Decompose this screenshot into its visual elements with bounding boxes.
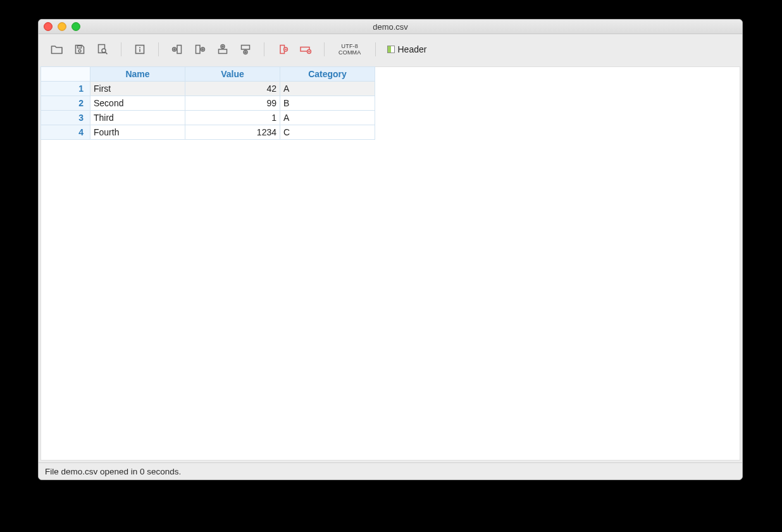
svg-rect-40 — [242, 46, 250, 50]
cell-category[interactable]: A — [280, 111, 375, 125]
content-area: Name Value Category 1First42A2Second99B3… — [39, 65, 742, 462]
toolbar-separator — [264, 42, 264, 56]
toolbar-separator — [158, 42, 159, 56]
cell-name[interactable]: First — [90, 82, 185, 96]
insert-row-before-icon — [217, 44, 228, 55]
traffic-lights — [39, 22, 80, 31]
row-number[interactable]: 1 — [41, 82, 90, 96]
cell-value[interactable]: 1234 — [185, 125, 280, 140]
header-row: Name Value Category — [41, 67, 375, 82]
cell-value[interactable]: 42 — [185, 82, 280, 96]
table-row[interactable]: 1First42A — [41, 82, 375, 96]
svg-rect-32 — [196, 46, 201, 54]
statusbar: File demo.csv opened in 0 seconds. — [39, 462, 742, 479]
header-toggle-label: Header — [398, 44, 427, 54]
table-row[interactable]: 2Second99B — [41, 96, 375, 111]
header-toggle[interactable]: Header — [387, 44, 427, 54]
cell-category[interactable]: C — [280, 125, 375, 140]
table-row[interactable]: 3Third1A — [41, 111, 375, 125]
folder-icon — [51, 44, 63, 54]
row-number[interactable]: 3 — [41, 111, 90, 125]
zoom-window-button[interactable] — [71, 22, 80, 31]
delete-row-icon — [299, 44, 312, 55]
cell-category[interactable]: A — [280, 82, 375, 96]
cell-name[interactable]: Third — [90, 111, 185, 125]
svg-rect-20 — [78, 46, 82, 49]
svg-rect-28 — [177, 46, 182, 54]
page-search-icon — [97, 44, 108, 55]
toolbar-separator — [324, 42, 325, 56]
delete-column-button[interactable] — [276, 42, 290, 56]
window-title: demo.csv — [39, 22, 742, 32]
cell-value[interactable]: 99 — [185, 96, 280, 111]
corner-cell[interactable] — [41, 67, 90, 82]
encoding-line1: UTF-8 — [338, 43, 361, 49]
delete-row-button[interactable] — [299, 42, 313, 56]
cell-category[interactable]: B — [280, 96, 375, 111]
floppy-icon — [74, 44, 85, 55]
row-number[interactable]: 2 — [41, 96, 90, 111]
encoding-line2: COMMA — [338, 49, 361, 56]
insert-row-after-button[interactable] — [239, 42, 252, 56]
table-row[interactable]: 4Fourth1234C — [41, 125, 375, 140]
save-file-button[interactable] — [73, 42, 87, 56]
svg-line-24 — [105, 52, 107, 54]
data-table: Name Value Category 1First42A2Second99B3… — [40, 66, 375, 140]
cell-name[interactable]: Fourth — [90, 125, 185, 140]
column-header-category[interactable]: Category — [280, 67, 375, 82]
insert-row-before-button[interactable] — [216, 42, 230, 56]
cell-value[interactable]: 1 — [185, 111, 280, 125]
insert-column-after-button[interactable] — [193, 42, 207, 56]
insert-column-before-button[interactable] — [170, 42, 184, 56]
svg-rect-36 — [219, 49, 227, 54]
svg-point-21 — [78, 50, 81, 53]
open-file-button[interactable] — [50, 42, 64, 56]
titlebar[interactable]: demo.csv — [39, 20, 742, 34]
encoding-button[interactable]: UTF-8 COMMA — [336, 43, 364, 56]
delete-column-icon — [277, 44, 289, 55]
minimize-window-button[interactable] — [58, 22, 66, 31]
column-header-value[interactable]: Value — [185, 67, 280, 82]
info-icon — [134, 44, 146, 55]
cell-name[interactable]: Second — [90, 96, 185, 111]
find-button[interactable] — [96, 42, 109, 56]
insert-col-after-icon — [194, 44, 206, 55]
svg-point-23 — [102, 49, 106, 53]
status-message: File demo.csv opened in 0 seconds. — [45, 467, 181, 476]
app-window: demo.csv — [38, 19, 743, 480]
toolbar-separator — [121, 42, 121, 56]
insert-col-before-icon — [171, 44, 183, 55]
insert-row-after-icon — [240, 44, 251, 55]
svg-point-26 — [139, 47, 140, 48]
header-toggle-icon — [387, 46, 395, 53]
info-button[interactable] — [133, 42, 147, 56]
spreadsheet[interactable]: Name Value Category 1First42A2Second99B3… — [40, 66, 740, 461]
toolbar-separator — [375, 42, 376, 56]
toolbar: UTF-8 COMMA Header — [39, 34, 742, 65]
column-header-name[interactable]: Name — [90, 67, 185, 82]
close-window-button[interactable] — [44, 22, 53, 31]
row-number[interactable]: 4 — [41, 125, 90, 140]
